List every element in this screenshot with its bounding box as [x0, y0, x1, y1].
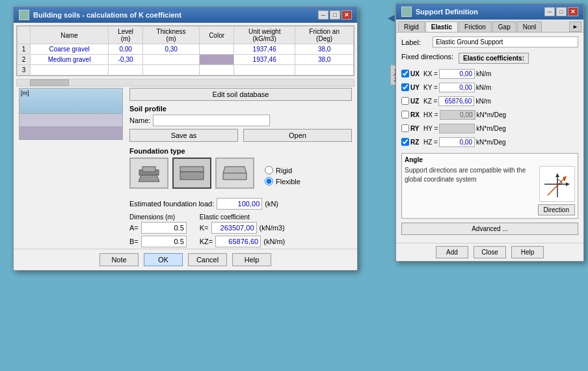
support-minimize-btn[interactable]: ─ [544, 7, 555, 16]
open-btn[interactable]: Open [243, 129, 352, 142]
dir-checkbox-uz[interactable] [401, 97, 409, 105]
table-row[interactable]: 3 [18, 65, 354, 76]
dir-unit-ux: kN/m [476, 70, 491, 77]
note-btn[interactable]: Note [100, 253, 139, 266]
dir-row-rz: RZ HZ = kN*m/Deg [401, 136, 578, 148]
fnd-type-1[interactable] [129, 158, 168, 189]
angle-diagram-svg [541, 168, 574, 200]
dir-checkbox-rx[interactable] [401, 111, 409, 118]
dir-row-ux: UX KX = kN/m [401, 68, 578, 79]
angle-text: Support directions are compatible with t… [405, 166, 535, 202]
elastic-coeff-label: Elastic coefficient [200, 213, 285, 221]
dir-row-rx: RX HX = kN*m/Deg [401, 109, 578, 120]
nav-arrow[interactable]: ◀ [386, 12, 395, 23]
tab-nonl[interactable]: Nonl [517, 21, 542, 32]
soils-dialog-title: Building soils - calculations of K coeff… [33, 11, 181, 19]
dir-eq-ry: HY = [423, 125, 438, 132]
table-row[interactable]: 1 Coarse gravel 0,00 0,30 1937,46 38,0 [18, 44, 354, 55]
dir-name-ry: RY [410, 125, 422, 132]
dir-unit-uz: kN/m [475, 98, 490, 105]
dir-eq-rx: HX = [423, 111, 438, 118]
rigidity-group: Rigid Flexible [265, 166, 301, 186]
svg-rect-4 [180, 172, 204, 180]
soils-dialog: Building soils - calculations of K coeff… [13, 7, 358, 271]
dir-unit-ry: kN*m/Deg [476, 125, 506, 132]
soil-layer-2 [20, 126, 122, 139]
dir-row-uz: UZ KZ = kN/m [401, 95, 578, 107]
rigid-radio[interactable]: Rigid [265, 166, 301, 174]
dimensions-col: Dimensions (m) A= B= [129, 213, 187, 247]
dir-row-ry: RY HY = kN*m/Deg [401, 122, 578, 134]
soil-preview: 0,00 [m] [19, 88, 123, 140]
fnd-type-2[interactable] [172, 158, 211, 189]
support-help-btn[interactable]: Help [511, 246, 544, 258]
dir-input-rz[interactable] [439, 137, 475, 147]
direction-btn[interactable]: Direction [538, 204, 575, 215]
elastic-coefficients-btn[interactable]: Elastic coefficients: [459, 53, 529, 64]
estimated-load-input[interactable] [217, 198, 262, 210]
tab-gap[interactable]: Gap [492, 21, 516, 32]
a-input[interactable] [141, 222, 187, 234]
dir-name-ux: UX [410, 70, 422, 77]
dir-name-uz: UZ [410, 98, 422, 105]
help-btn[interactable]: Help [232, 253, 271, 266]
tab-elastic[interactable]: Elastic [425, 21, 458, 32]
dir-input-uz[interactable] [438, 96, 474, 106]
tab-friction[interactable]: Friction [459, 21, 492, 32]
dir-input-ux[interactable] [439, 69, 475, 79]
support-maximize-btn[interactable]: □ [556, 7, 567, 16]
name-input[interactable] [153, 115, 270, 126]
maximize-btn[interactable]: □ [330, 10, 340, 20]
a-row: A= [129, 222, 187, 234]
b-input[interactable] [141, 236, 187, 247]
edit-db-btn[interactable]: Edit soil database [129, 88, 352, 101]
save-as-btn[interactable]: Save as [129, 129, 238, 142]
table-row[interactable]: 2 Medium gravel -0,30 1937,46 38,0 [18, 55, 354, 65]
soils-dialog-titlebar: Building soils - calculations of K coeff… [14, 7, 357, 23]
horizontal-scrollbar[interactable] [16, 79, 354, 87]
dir-checkbox-uy[interactable] [401, 83, 409, 91]
soil-profile-label: Soil profile [129, 105, 352, 113]
minimize-btn[interactable]: ─ [318, 10, 328, 20]
flexible-radio[interactable]: Flexible [265, 177, 301, 186]
support-close-btn-footer[interactable]: Close [474, 246, 506, 258]
col-color: Color [200, 27, 234, 44]
support-dialog-title: Support Definition [416, 8, 478, 16]
fnd-type-3[interactable] [215, 158, 254, 189]
dir-checkbox-ry[interactable] [401, 124, 409, 132]
col-name: Name [31, 27, 109, 44]
fixed-directions-label: Fixed directions: [401, 53, 453, 64]
dir-checkbox-ux[interactable] [401, 70, 409, 77]
soils-dialog-icon [19, 10, 29, 20]
k-input[interactable] [211, 222, 257, 234]
support-close-btn[interactable]: ✕ [568, 7, 578, 16]
tab-scroll-right[interactable]: ► [569, 21, 581, 32]
svg-rect-1 [142, 167, 155, 172]
scrollbar-thumb[interactable] [30, 79, 69, 86]
close-btn[interactable]: ✕ [341, 10, 352, 20]
tab-rigid[interactable]: Rigid [398, 21, 425, 32]
dir-eq-uy: KY = [423, 84, 438, 91]
dimensions-label: Dimensions (m) [129, 213, 187, 221]
dir-input-ry[interactable] [439, 124, 475, 133]
form-right: Edit soil database Soil profile Name: Sa… [129, 88, 352, 247]
dir-input-rx[interactable] [440, 110, 475, 120]
svg-marker-10 [566, 182, 570, 186]
advanced-btn[interactable]: Advanced ... [401, 223, 578, 235]
tabs-bar: Rigid Elastic Friction Gap Nonl ► [396, 20, 583, 33]
cancel-btn[interactable]: Cancel [188, 253, 227, 266]
support-add-btn[interactable]: Add [436, 246, 468, 258]
label-text: Label: [401, 38, 427, 46]
k-unit: (kN/m3) [260, 224, 285, 232]
dir-unit-uy: kN/m [476, 84, 491, 91]
dir-input-uy[interactable] [439, 83, 475, 92]
direction-rows: UX KX = kN/m UY KY = kN/m UZ KZ = kN/m [401, 68, 578, 148]
fnd-type-1-icon [136, 163, 162, 183]
soils-table-area: Name Level(m) Thickness(m) Color Unit we… [16, 25, 354, 76]
kz-input[interactable] [215, 236, 261, 247]
soil-layer-1 [20, 113, 122, 126]
ok-btn[interactable]: OK [144, 253, 183, 266]
dir-checkbox-rz[interactable] [401, 138, 409, 146]
kz-row: KZ= (kN/m) [200, 236, 285, 247]
dimensions-coeff: Dimensions (m) A= B= Elastic coefficient [129, 213, 352, 247]
